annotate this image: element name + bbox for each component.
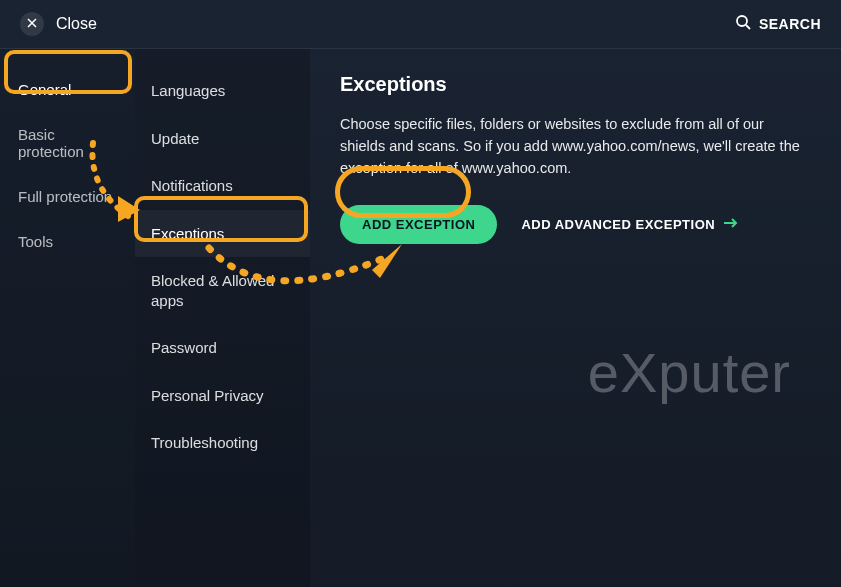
watermark: eXputer: [588, 340, 791, 405]
sidebar-item-label: Password: [151, 339, 217, 356]
header: Close SEARCH: [0, 0, 841, 49]
page-description: Choose specific files, folders or websit…: [340, 114, 810, 179]
sidebar-item-personal-privacy[interactable]: Personal Privacy: [135, 372, 310, 420]
sidebar-item-label: Troubleshooting: [151, 434, 258, 451]
arrow-right-icon: [723, 217, 739, 232]
sidebar-item-general[interactable]: General: [0, 67, 135, 112]
svg-point-0: [737, 16, 747, 26]
sidebar-item-troubleshooting[interactable]: Troubleshooting: [135, 419, 310, 467]
main-area: General Basic protection Full protection…: [0, 49, 841, 587]
sidebar-item-label: General: [18, 81, 71, 98]
sidebar-item-notifications[interactable]: Notifications: [135, 162, 310, 210]
sidebar-item-label: Personal Privacy: [151, 387, 264, 404]
content-area: Exceptions Choose specific files, folder…: [310, 49, 841, 587]
add-advanced-exception-button[interactable]: ADD ADVANCED EXCEPTION: [521, 217, 739, 232]
sidebar-secondary: Languages Update Notifications Exception…: [135, 49, 310, 587]
sidebar-item-update[interactable]: Update: [135, 115, 310, 163]
sidebar-item-password[interactable]: Password: [135, 324, 310, 372]
sidebar-primary: General Basic protection Full protection…: [0, 49, 135, 587]
search-icon: [735, 14, 751, 34]
close-label: Close: [56, 15, 97, 33]
page-title: Exceptions: [340, 73, 811, 96]
add-advanced-label: ADD ADVANCED EXCEPTION: [521, 217, 715, 232]
header-left: Close: [20, 12, 97, 36]
annotation-arrow-icon: [204, 218, 434, 318]
close-button[interactable]: [20, 12, 44, 36]
sidebar-item-label: Notifications: [151, 177, 233, 194]
annotation-arrow-icon: [88, 138, 158, 228]
sidebar-item-label: Languages: [151, 82, 225, 99]
close-icon: [26, 15, 38, 33]
search-label: SEARCH: [759, 16, 821, 32]
sidebar-item-label: Update: [151, 130, 199, 147]
search-button[interactable]: SEARCH: [735, 14, 821, 34]
sidebar-item-label: Tools: [18, 233, 53, 250]
sidebar-item-languages[interactable]: Languages: [135, 67, 310, 115]
sidebar-item-label: Basic protection: [18, 126, 84, 160]
